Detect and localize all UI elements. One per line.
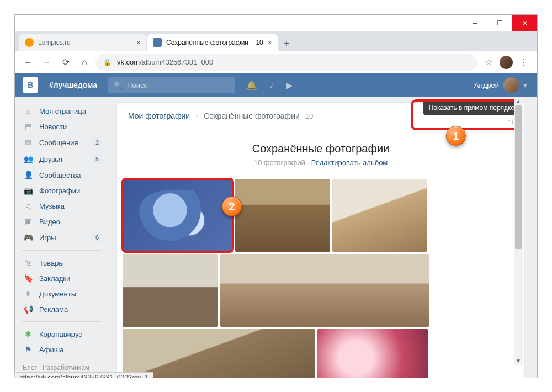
vk-user-menu[interactable]: Андрей ▾ xyxy=(474,77,527,93)
browser-tabstrip: Lumpics.ru × Сохранённые фотографии – 10… xyxy=(15,31,537,51)
sidebar-item-groups[interactable]: 👤Сообщества xyxy=(15,167,109,183)
sidebar-item-label: Моя страница xyxy=(39,107,86,115)
address-bar[interactable]: 🔒 vk.com/album432567381_000 xyxy=(95,54,477,71)
close-tab-icon[interactable]: × xyxy=(136,38,141,47)
nav-home-button[interactable]: ⌂ xyxy=(77,55,92,70)
vk-avatar xyxy=(503,77,519,93)
sort-tooltip: Показать в прямом порядке xyxy=(423,100,520,115)
video-hub-icon[interactable]: ▶ xyxy=(286,80,293,91)
vk-search-input[interactable]: 🔍 Поиск xyxy=(108,77,235,93)
scroll-thumb[interactable] xyxy=(515,105,522,249)
vk-header: B #лучшедома 🔍 Поиск 🔔 ♪ ▶ Андрей ▾ xyxy=(15,73,537,97)
sidebar-item-news[interactable]: ▤Новости xyxy=(15,119,109,134)
sidebar-item-messages[interactable]: ✉Сообщения2 xyxy=(15,134,109,151)
nav-back-button[interactable]: ← xyxy=(20,55,36,70)
search-icon: 🔍 xyxy=(114,81,123,89)
afisha-icon: ⚑ xyxy=(23,345,34,354)
sidebar-item-my-page[interactable]: ⌂Моя страница xyxy=(15,103,109,119)
scroll-up-button[interactable]: ▲ xyxy=(514,97,523,105)
notifications-icon[interactable]: 🔔 xyxy=(246,80,257,91)
browser-tab-lumpics[interactable]: Lumpics.ru × xyxy=(19,34,146,51)
docs-icon: 🗎 xyxy=(23,289,34,298)
vk-username: Андрей xyxy=(474,81,499,89)
sidebar-item-market[interactable]: 🛍Товары xyxy=(15,255,109,271)
sidebar-badge: 6 xyxy=(92,232,102,242)
window-minimize-button[interactable]: ─ xyxy=(463,15,487,31)
video-icon: ▣ xyxy=(23,217,34,226)
photo-gallery xyxy=(117,173,524,392)
album-title: Сохранённые фотографии xyxy=(117,142,524,155)
music-player-icon[interactable]: ♪ xyxy=(269,80,274,90)
window-close-button[interactable]: ✕ xyxy=(512,15,537,31)
annotation-marker-2: 2 xyxy=(222,197,242,216)
photos-icon: 📷 xyxy=(23,186,34,195)
window-maximize-button[interactable]: ☐ xyxy=(487,15,512,31)
vk-hashtag[interactable]: #лучшедома xyxy=(49,81,97,89)
messages-icon: ✉ xyxy=(23,138,34,147)
lumpics-favicon xyxy=(25,38,34,47)
photo-thumbnail[interactable] xyxy=(123,179,233,252)
new-tab-button[interactable]: + xyxy=(279,36,294,51)
sidebar-item-label: Игры xyxy=(39,234,56,242)
sidebar-item-games[interactable]: 🎮Игры6 xyxy=(15,229,109,246)
chevron-right-icon: › xyxy=(195,112,198,120)
photo-thumbnail[interactable] xyxy=(123,254,218,327)
photo-thumbnail[interactable] xyxy=(235,179,330,252)
breadcrumb-album: Сохранённые фотографии xyxy=(204,112,300,120)
sidebar-item-label: Закладки xyxy=(39,274,70,283)
vk-favicon xyxy=(153,38,162,47)
url-host: vk.com xyxy=(117,58,140,66)
browser-tab-vk[interactable]: Сохранённые фотографии – 10 × xyxy=(147,34,278,51)
lock-icon: 🔒 xyxy=(103,59,112,66)
ads-icon: 📢 xyxy=(23,305,34,314)
market-icon: 🛍 xyxy=(23,258,34,267)
photo-thumbnail[interactable] xyxy=(220,254,429,327)
nav-reload-button[interactable]: ⟳ xyxy=(58,55,73,70)
separator: · xyxy=(305,158,311,167)
edit-album-link[interactable]: Редактировать альбом xyxy=(311,158,388,167)
browser-menu-button[interactable]: ⋮ xyxy=(516,55,532,70)
photo-thumbnail[interactable] xyxy=(332,179,427,252)
music-icon: ♫ xyxy=(23,202,34,210)
sidebar-item-label: Товары xyxy=(39,259,64,267)
covid-icon: ✱ xyxy=(23,330,34,338)
sidebar-item-label: Коронавирус xyxy=(39,330,82,338)
sidebar-item-bookmarks[interactable]: 🔖Закладки xyxy=(15,271,109,286)
sidebar: ⌂Моя страница ▤Новости ✉Сообщения2 👥Друз… xyxy=(15,97,109,392)
browser-toolbar: ← → ⟳ ⌂ 🔒 vk.com/album432567381_000 ☆ ⋮ xyxy=(15,51,537,73)
main-content: Мои фотографии › Сохранённые фотографии … xyxy=(109,97,537,392)
bookmark-star-icon[interactable]: ☆ xyxy=(481,55,496,70)
sidebar-item-label: Видео xyxy=(39,218,60,226)
photo-thumbnail[interactable] xyxy=(317,329,428,392)
album-photo-count: 10 фотографий xyxy=(254,158,305,167)
sidebar-badge: 5 xyxy=(92,154,102,164)
sidebar-item-docs[interactable]: 🗎Документы xyxy=(15,286,109,301)
groups-icon: 👤 xyxy=(23,171,34,179)
bookmarks-icon: 🔖 xyxy=(23,274,34,283)
scroll-down-button[interactable]: ▼ xyxy=(514,356,523,365)
nav-forward-button[interactable]: → xyxy=(39,55,55,70)
sidebar-item-label: Друзья xyxy=(39,155,62,163)
sidebar-item-music[interactable]: ♫Музыка xyxy=(15,198,109,214)
sidebar-item-covid[interactable]: ✱Коронавирус xyxy=(15,326,109,342)
annotation-marker-1: 1 xyxy=(446,126,466,146)
breadcrumb-count: 10 xyxy=(305,112,313,120)
profile-avatar-button[interactable] xyxy=(500,56,513,69)
breadcrumb-root[interactable]: Мои фотографии xyxy=(128,112,190,120)
close-tab-icon[interactable]: × xyxy=(268,38,272,47)
friends-icon: 👥 xyxy=(23,155,34,163)
sidebar-item-label: Музыка xyxy=(39,202,65,210)
tab-title: Сохранённые фотографии – 10 xyxy=(166,39,263,46)
sidebar-item-video[interactable]: ▣Видео xyxy=(15,214,109,229)
sidebar-separator xyxy=(22,250,102,251)
search-placeholder: Поиск xyxy=(127,81,147,89)
sidebar-item-friends[interactable]: 👥Друзья5 xyxy=(15,151,109,167)
page-scrollbar[interactable]: ▲ ▼ xyxy=(514,97,523,365)
vk-logo[interactable]: B xyxy=(23,77,38,93)
sidebar-item-ads[interactable]: 📢Реклама xyxy=(15,301,109,317)
sidebar-item-label: Реклама xyxy=(39,305,68,314)
sidebar-item-photos[interactable]: 📷Фотографии xyxy=(15,183,109,198)
chevron-down-icon: ▾ xyxy=(523,81,527,89)
sidebar-item-label: Сообщения xyxy=(39,139,78,147)
sidebar-item-afisha[interactable]: ⚑Афиша xyxy=(15,342,109,357)
